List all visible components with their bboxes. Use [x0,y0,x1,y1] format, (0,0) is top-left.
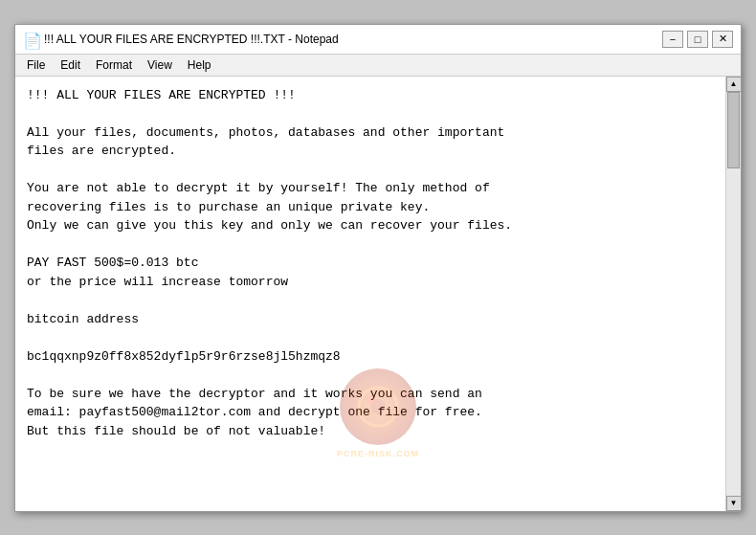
title-bar: 📄 !!! ALL YOUR FILES ARE ENCRYPTED !!!.T… [15,25,741,55]
text-editor[interactable]: !!! ALL YOUR FILES ARE ENCRYPTED !!! All… [15,77,725,511]
window-title: !!! ALL YOUR FILES ARE ENCRYPTED !!!.TXT… [44,33,662,46]
minimize-button[interactable]: − [662,31,683,48]
menu-help[interactable]: Help [180,56,219,74]
window-icon: 📄 [23,32,38,47]
menu-bar: File Edit Format View Help [15,55,741,77]
menu-format[interactable]: Format [88,56,140,74]
window-controls: − □ ✕ [662,31,733,48]
content-wrapper: !!! ALL YOUR FILES ARE ENCRYPTED !!! All… [15,77,741,511]
maximize-button[interactable]: □ [687,31,708,48]
menu-view[interactable]: View [140,56,180,74]
notepad-window: 📄 !!! ALL YOUR FILES ARE ENCRYPTED !!!.T… [14,24,742,512]
menu-file[interactable]: File [19,56,53,74]
scroll-down-button[interactable]: ▼ [726,496,742,511]
close-button[interactable]: ✕ [712,31,733,48]
scroll-thumb[interactable] [727,92,740,168]
scroll-up-button[interactable]: ▲ [726,77,742,92]
scroll-track[interactable] [726,92,741,496]
menu-edit[interactable]: Edit [53,56,88,74]
vertical-scrollbar[interactable]: ▲ ▼ [725,77,741,511]
